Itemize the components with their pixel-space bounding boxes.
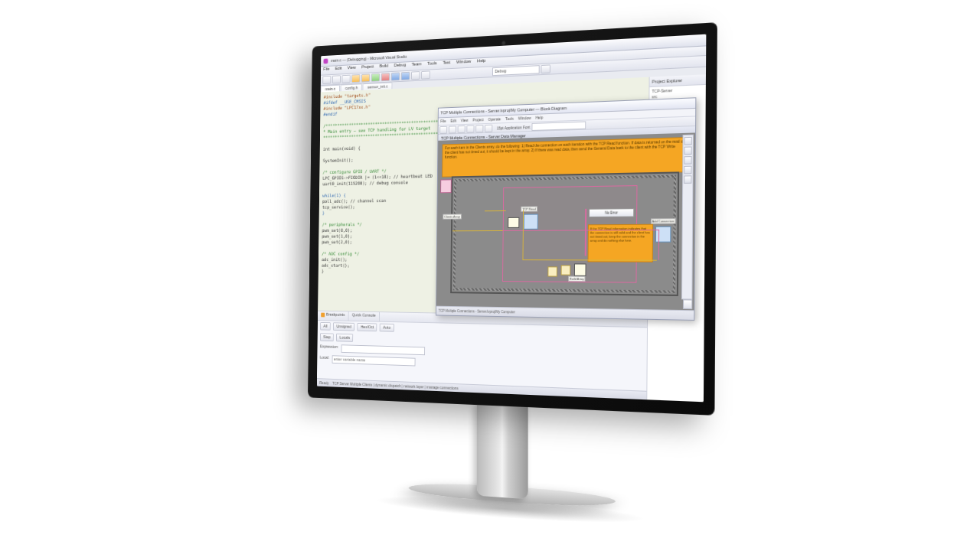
output-tab-breakpoints[interactable]: Breakpoints <box>318 311 349 321</box>
label-add-connection: Add Connection <box>651 218 676 224</box>
bd-tool-highlight-icon[interactable] <box>475 125 483 132</box>
palette-cursor-icon[interactable] <box>684 137 692 145</box>
case-selector[interactable]: No Error <box>589 208 634 217</box>
bd-palette <box>681 135 694 300</box>
monitor-stand-column <box>477 401 528 500</box>
out-btn-locals[interactable]: Locals <box>336 334 353 342</box>
out-btn-unsigned[interactable]: Unsigned <box>333 322 354 331</box>
bd-menu-window[interactable]: Window <box>518 116 531 121</box>
tool-config-icon[interactable] <box>541 64 550 73</box>
tool-run-icon[interactable] <box>371 73 380 82</box>
label-clients-array: Clients Array <box>443 214 461 220</box>
tool-step-over-icon[interactable] <box>401 72 410 80</box>
node-vi-ref-icon[interactable] <box>440 179 452 193</box>
bd-tool-run-icon[interactable] <box>439 126 447 133</box>
project-tree[interactable]: TCP-Server src include drivers build doc… <box>647 85 706 402</box>
bd-tool-pause-icon[interactable] <box>466 125 474 132</box>
menu-help[interactable]: Help <box>477 58 485 64</box>
node-compare-icon[interactable] <box>561 265 571 275</box>
menu-build[interactable]: Build <box>380 64 389 68</box>
out-btn-all[interactable]: All <box>320 322 331 331</box>
bd-menu-file[interactable]: File <box>440 119 446 123</box>
palette-wire-icon[interactable] <box>684 146 691 155</box>
label-build-array: Build Array <box>568 276 586 282</box>
status-right: TCP Server Multiple Clients | dynamic di… <box>332 381 459 390</box>
tree-item[interactable]: TCP-Server <box>651 86 704 94</box>
bd-menu-operate[interactable]: Operate <box>488 116 501 122</box>
menu-file[interactable]: File <box>323 67 329 71</box>
node-unbundle-icon[interactable] <box>508 217 519 228</box>
case-structure-outer[interactable]: TCP Read No Error If the TCP Read inform… <box>502 185 637 283</box>
node-build-array[interactable] <box>574 263 586 276</box>
menu-team[interactable]: Team <box>412 61 422 67</box>
tool-redo-icon[interactable] <box>361 73 370 82</box>
tool-comment-icon[interactable] <box>421 70 430 79</box>
menu-project[interactable]: Project <box>361 64 374 70</box>
bd-tool-abort-icon[interactable] <box>458 125 466 132</box>
menu-view[interactable]: View <box>348 65 356 70</box>
case-structure-inner[interactable]: No Error <box>585 209 586 256</box>
project-panel-title: Project Explorer <box>650 74 706 87</box>
bd-menu-edit[interactable]: Edit <box>450 119 456 123</box>
breakpoints-icon <box>321 312 325 317</box>
workspace: #include "targets.h"#ifdef __USE_CMSIS#i… <box>317 74 706 402</box>
project-panel: Project Explorer TCP-Server src include … <box>646 74 706 402</box>
bd-font-label[interactable]: 15pt Application Font <box>497 125 531 130</box>
tool-save-icon[interactable] <box>342 75 351 83</box>
node-tcp-write-icon[interactable] <box>655 227 671 243</box>
watch-input[interactable] <box>341 344 425 355</box>
ide-titlebar[interactable]: main.c — (Debugging) - Microsoft Visual … <box>321 34 706 67</box>
status-left: Ready <box>319 380 328 385</box>
tree-item[interactable]: include <box>651 98 704 106</box>
out-btn-step[interactable]: Step <box>320 333 334 341</box>
tree-item[interactable]: build <box>651 109 704 117</box>
tree-item[interactable]: src <box>651 92 704 99</box>
tool-undo-icon[interactable] <box>351 74 360 83</box>
ide-title-app: (Debugging) - Microsoft Visual Studio <box>347 54 407 62</box>
palette-probe-icon[interactable] <box>684 166 691 174</box>
menu-debug[interactable]: Debug <box>394 62 407 67</box>
ide-title-file: main.c <box>331 58 341 63</box>
tree-item[interactable]: docs <box>651 115 704 122</box>
bd-canvas[interactable]: For each item in the Clients array, do t… <box>436 132 695 311</box>
scroll-corner-icon[interactable] <box>683 299 692 309</box>
bd-menu-project[interactable]: Project <box>472 117 483 122</box>
watch-label: Expression: <box>320 344 338 352</box>
bd-tool-run-cont-icon[interactable] <box>449 126 456 133</box>
block-diagram-window[interactable]: TCP Multiple Connections - Server.lvproj… <box>436 97 696 321</box>
palette-breakpoint-icon[interactable] <box>684 175 691 184</box>
tool-find-icon[interactable] <box>411 71 420 80</box>
bd-context-help: For each item in the Clients array, do t… <box>442 137 691 178</box>
tool-new-icon[interactable] <box>322 76 331 84</box>
screen: main.c — (Debugging) - Microsoft Visual … <box>317 34 706 403</box>
output-tab-console[interactable]: Quick Console <box>348 311 379 321</box>
app-icon <box>323 59 328 64</box>
bd-menu-view[interactable]: View <box>461 118 469 122</box>
bd-search-input[interactable] <box>531 121 586 131</box>
output-panel: Breakpoints Quick Console All Unsigned H… <box>317 311 647 391</box>
scene: main.c — (Debugging) - Microsoft Visual … <box>0 0 980 551</box>
menu-window[interactable]: Window <box>456 59 471 64</box>
bd-menu-help[interactable]: Help <box>535 115 543 119</box>
label-tcp-read: TCP Read <box>521 206 537 211</box>
menu-test[interactable]: Test <box>443 60 450 64</box>
tree-item[interactable]: drivers <box>651 103 704 111</box>
local-label: Local: <box>320 355 329 364</box>
tool-stop-icon[interactable] <box>381 73 390 81</box>
local-input[interactable] <box>332 355 415 366</box>
bd-menu-tools[interactable]: Tools <box>505 116 514 121</box>
bd-tip-box: If the TCP Read information indicates th… <box>588 224 654 262</box>
bd-tool-retain-icon[interactable] <box>485 124 492 132</box>
for-loop-frame[interactable]: Clients Array TCP Read No Error If the T… <box>450 171 679 296</box>
out-btn-hex[interactable]: Hex/Oct <box>358 323 377 331</box>
menu-edit[interactable]: Edit <box>335 66 342 70</box>
tool-open-icon[interactable] <box>332 75 341 83</box>
node-tcp-read[interactable] <box>524 214 538 230</box>
out-btn-auto[interactable]: Auto <box>380 324 394 332</box>
node-bundle-icon[interactable] <box>547 266 557 276</box>
monitor-bezel: main.c — (Debugging) - Microsoft Visual … <box>308 22 717 416</box>
config-combo[interactable]: Debug <box>492 65 540 76</box>
palette-text-icon[interactable] <box>684 156 691 165</box>
tool-step-icon[interactable] <box>391 72 400 80</box>
menu-tools[interactable]: Tools <box>427 60 437 66</box>
